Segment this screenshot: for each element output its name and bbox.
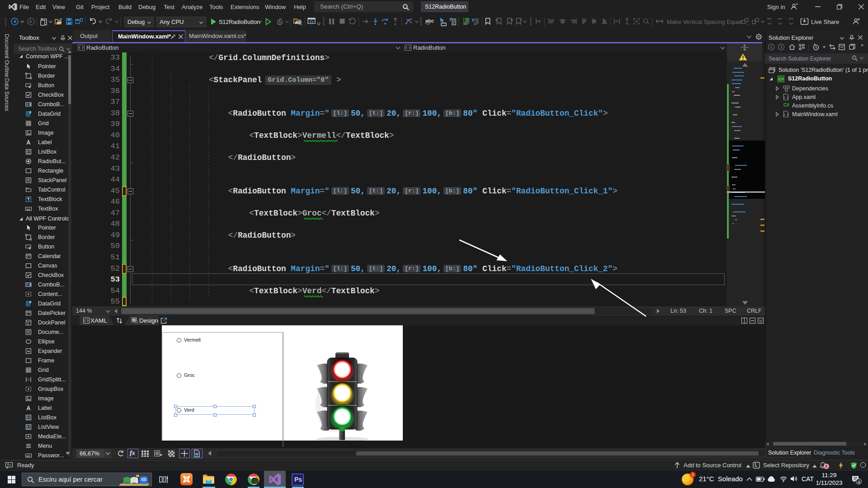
svg-text:abl: abl bbox=[27, 455, 30, 457]
svg-text:abl: abl bbox=[27, 208, 30, 211]
